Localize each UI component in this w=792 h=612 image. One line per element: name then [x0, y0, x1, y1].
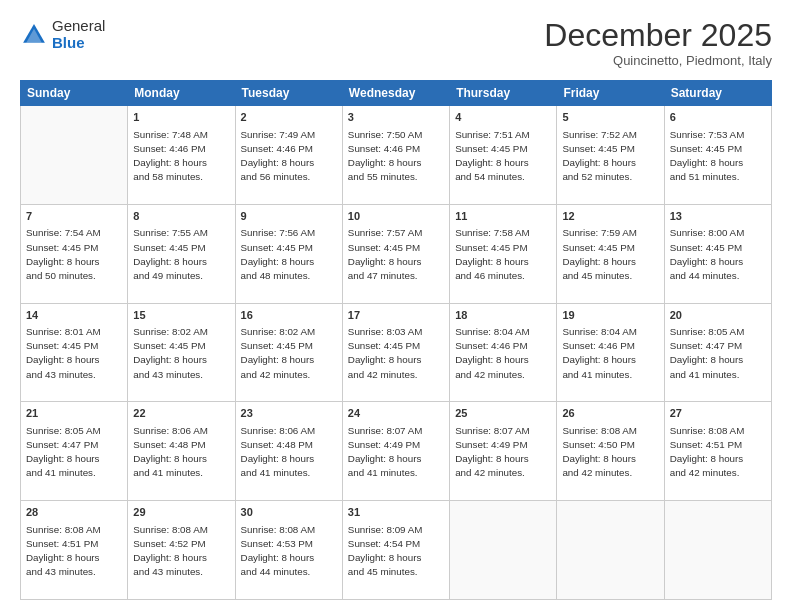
day-info: Sunrise: 7:50 AM Sunset: 4:46 PM Dayligh…	[348, 128, 444, 185]
day-number: 31	[348, 505, 444, 520]
calendar-cell: 1Sunrise: 7:48 AM Sunset: 4:46 PM Daylig…	[128, 106, 235, 205]
calendar-cell: 8Sunrise: 7:55 AM Sunset: 4:45 PM Daylig…	[128, 204, 235, 303]
calendar-cell: 19Sunrise: 8:04 AM Sunset: 4:46 PM Dayli…	[557, 303, 664, 402]
calendar-cell: 21Sunrise: 8:05 AM Sunset: 4:47 PM Dayli…	[21, 402, 128, 501]
day-info: Sunrise: 8:05 AM Sunset: 4:47 PM Dayligh…	[26, 424, 122, 481]
day-info: Sunrise: 7:58 AM Sunset: 4:45 PM Dayligh…	[455, 226, 551, 283]
calendar-cell: 3Sunrise: 7:50 AM Sunset: 4:46 PM Daylig…	[342, 106, 449, 205]
day-info: Sunrise: 8:00 AM Sunset: 4:45 PM Dayligh…	[670, 226, 766, 283]
day-number: 20	[670, 308, 766, 323]
calendar-cell	[21, 106, 128, 205]
day-number: 13	[670, 209, 766, 224]
day-info: Sunrise: 8:08 AM Sunset: 4:51 PM Dayligh…	[670, 424, 766, 481]
day-info: Sunrise: 8:07 AM Sunset: 4:49 PM Dayligh…	[348, 424, 444, 481]
calendar-header: SundayMondayTuesdayWednesdayThursdayFrid…	[21, 81, 772, 106]
calendar-cell: 24Sunrise: 8:07 AM Sunset: 4:49 PM Dayli…	[342, 402, 449, 501]
calendar-cell: 12Sunrise: 7:59 AM Sunset: 4:45 PM Dayli…	[557, 204, 664, 303]
calendar-cell: 16Sunrise: 8:02 AM Sunset: 4:45 PM Dayli…	[235, 303, 342, 402]
days-of-week-row: SundayMondayTuesdayWednesdayThursdayFrid…	[21, 81, 772, 106]
calendar-cell: 25Sunrise: 8:07 AM Sunset: 4:49 PM Dayli…	[450, 402, 557, 501]
day-of-week-friday: Friday	[557, 81, 664, 106]
day-of-week-sunday: Sunday	[21, 81, 128, 106]
calendar-cell: 15Sunrise: 8:02 AM Sunset: 4:45 PM Dayli…	[128, 303, 235, 402]
day-of-week-monday: Monday	[128, 81, 235, 106]
day-number: 11	[455, 209, 551, 224]
day-info: Sunrise: 8:04 AM Sunset: 4:46 PM Dayligh…	[455, 325, 551, 382]
day-info: Sunrise: 8:06 AM Sunset: 4:48 PM Dayligh…	[133, 424, 229, 481]
day-number: 16	[241, 308, 337, 323]
day-of-week-thursday: Thursday	[450, 81, 557, 106]
calendar-cell: 28Sunrise: 8:08 AM Sunset: 4:51 PM Dayli…	[21, 501, 128, 600]
day-number: 24	[348, 406, 444, 421]
day-info: Sunrise: 8:09 AM Sunset: 4:54 PM Dayligh…	[348, 523, 444, 580]
calendar-cell: 31Sunrise: 8:09 AM Sunset: 4:54 PM Dayli…	[342, 501, 449, 600]
calendar-cell: 11Sunrise: 7:58 AM Sunset: 4:45 PM Dayli…	[450, 204, 557, 303]
day-number: 25	[455, 406, 551, 421]
day-of-week-tuesday: Tuesday	[235, 81, 342, 106]
day-info: Sunrise: 8:08 AM Sunset: 4:51 PM Dayligh…	[26, 523, 122, 580]
calendar-cell: 5Sunrise: 7:52 AM Sunset: 4:45 PM Daylig…	[557, 106, 664, 205]
day-number: 28	[26, 505, 122, 520]
day-number: 27	[670, 406, 766, 421]
day-of-week-wednesday: Wednesday	[342, 81, 449, 106]
calendar-cell: 2Sunrise: 7:49 AM Sunset: 4:46 PM Daylig…	[235, 106, 342, 205]
day-number: 4	[455, 110, 551, 125]
day-number: 7	[26, 209, 122, 224]
calendar-cell	[557, 501, 664, 600]
title-block: December 2025 Quincinetto, Piedmont, Ita…	[544, 18, 772, 68]
day-number: 3	[348, 110, 444, 125]
month-title: December 2025	[544, 18, 772, 53]
calendar-cell: 14Sunrise: 8:01 AM Sunset: 4:45 PM Dayli…	[21, 303, 128, 402]
day-info: Sunrise: 7:57 AM Sunset: 4:45 PM Dayligh…	[348, 226, 444, 283]
calendar-cell	[664, 501, 771, 600]
calendar-body: 1Sunrise: 7:48 AM Sunset: 4:46 PM Daylig…	[21, 106, 772, 600]
day-info: Sunrise: 8:08 AM Sunset: 4:52 PM Dayligh…	[133, 523, 229, 580]
day-number: 23	[241, 406, 337, 421]
day-number: 10	[348, 209, 444, 224]
day-number: 8	[133, 209, 229, 224]
calendar-cell: 7Sunrise: 7:54 AM Sunset: 4:45 PM Daylig…	[21, 204, 128, 303]
calendar-cell: 6Sunrise: 7:53 AM Sunset: 4:45 PM Daylig…	[664, 106, 771, 205]
calendar-cell: 4Sunrise: 7:51 AM Sunset: 4:45 PM Daylig…	[450, 106, 557, 205]
day-of-week-saturday: Saturday	[664, 81, 771, 106]
day-number: 15	[133, 308, 229, 323]
calendar-cell: 23Sunrise: 8:06 AM Sunset: 4:48 PM Dayli…	[235, 402, 342, 501]
day-info: Sunrise: 8:04 AM Sunset: 4:46 PM Dayligh…	[562, 325, 658, 382]
day-info: Sunrise: 8:06 AM Sunset: 4:48 PM Dayligh…	[241, 424, 337, 481]
week-row-1: 7Sunrise: 7:54 AM Sunset: 4:45 PM Daylig…	[21, 204, 772, 303]
day-info: Sunrise: 8:05 AM Sunset: 4:47 PM Dayligh…	[670, 325, 766, 382]
day-number: 1	[133, 110, 229, 125]
page: General Blue December 2025 Quincinetto, …	[0, 0, 792, 612]
day-number: 22	[133, 406, 229, 421]
day-info: Sunrise: 7:53 AM Sunset: 4:45 PM Dayligh…	[670, 128, 766, 185]
day-info: Sunrise: 8:08 AM Sunset: 4:50 PM Dayligh…	[562, 424, 658, 481]
day-number: 18	[455, 308, 551, 323]
day-number: 2	[241, 110, 337, 125]
calendar-cell: 17Sunrise: 8:03 AM Sunset: 4:45 PM Dayli…	[342, 303, 449, 402]
logo: General Blue	[20, 18, 105, 51]
day-number: 9	[241, 209, 337, 224]
calendar-cell: 13Sunrise: 8:00 AM Sunset: 4:45 PM Dayli…	[664, 204, 771, 303]
calendar-cell: 20Sunrise: 8:05 AM Sunset: 4:47 PM Dayli…	[664, 303, 771, 402]
calendar-cell: 26Sunrise: 8:08 AM Sunset: 4:50 PM Dayli…	[557, 402, 664, 501]
week-row-3: 21Sunrise: 8:05 AM Sunset: 4:47 PM Dayli…	[21, 402, 772, 501]
day-info: Sunrise: 7:52 AM Sunset: 4:45 PM Dayligh…	[562, 128, 658, 185]
week-row-2: 14Sunrise: 8:01 AM Sunset: 4:45 PM Dayli…	[21, 303, 772, 402]
header: General Blue December 2025 Quincinetto, …	[20, 18, 772, 68]
logo-text: General Blue	[52, 18, 105, 51]
day-info: Sunrise: 7:48 AM Sunset: 4:46 PM Dayligh…	[133, 128, 229, 185]
week-row-0: 1Sunrise: 7:48 AM Sunset: 4:46 PM Daylig…	[21, 106, 772, 205]
calendar-cell: 18Sunrise: 8:04 AM Sunset: 4:46 PM Dayli…	[450, 303, 557, 402]
day-info: Sunrise: 8:07 AM Sunset: 4:49 PM Dayligh…	[455, 424, 551, 481]
day-info: Sunrise: 8:01 AM Sunset: 4:45 PM Dayligh…	[26, 325, 122, 382]
calendar-cell: 22Sunrise: 8:06 AM Sunset: 4:48 PM Dayli…	[128, 402, 235, 501]
day-info: Sunrise: 7:54 AM Sunset: 4:45 PM Dayligh…	[26, 226, 122, 283]
day-info: Sunrise: 8:08 AM Sunset: 4:53 PM Dayligh…	[241, 523, 337, 580]
day-info: Sunrise: 7:55 AM Sunset: 4:45 PM Dayligh…	[133, 226, 229, 283]
day-number: 14	[26, 308, 122, 323]
calendar-cell: 30Sunrise: 8:08 AM Sunset: 4:53 PM Dayli…	[235, 501, 342, 600]
day-number: 6	[670, 110, 766, 125]
day-number: 17	[348, 308, 444, 323]
calendar: SundayMondayTuesdayWednesdayThursdayFrid…	[20, 80, 772, 600]
week-row-4: 28Sunrise: 8:08 AM Sunset: 4:51 PM Dayli…	[21, 501, 772, 600]
